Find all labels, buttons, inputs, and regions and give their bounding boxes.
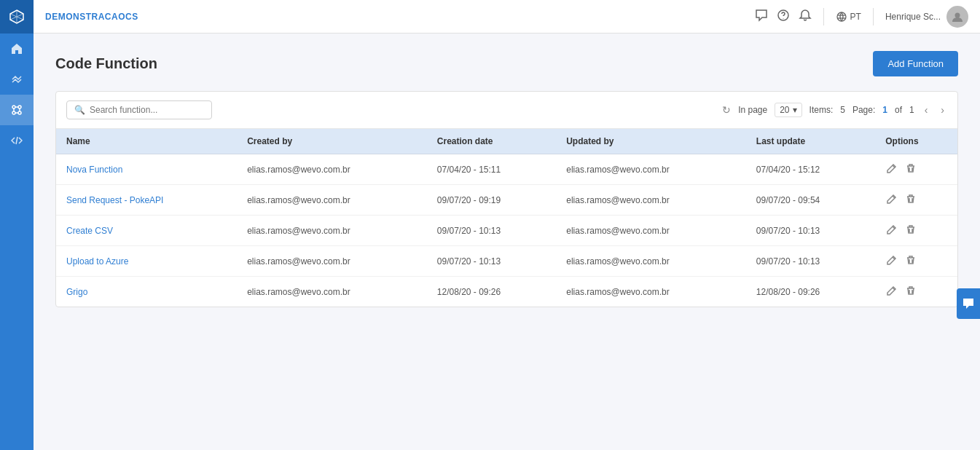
side-chat-widget[interactable] <box>957 288 980 319</box>
bell-icon[interactable] <box>799 9 812 25</box>
cell-last-update: 09/07/20 - 10:13 <box>746 216 875 246</box>
user-menu[interactable]: Henrique Sc... <box>885 6 968 28</box>
table-row: Send Request - PokeAPI elias.ramos@wevo.… <box>56 185 957 216</box>
col-updated-by: Updated by <box>556 129 746 154</box>
delete-button[interactable] <box>904 162 917 177</box>
total-pages: 1 <box>909 105 914 115</box>
sidebar-item-integrations[interactable] <box>0 95 34 125</box>
user-avatar[interactable] <box>946 6 968 28</box>
search-input[interactable] <box>90 105 204 115</box>
table-row: Create CSV elias.ramos@wevo.com.br 09/07… <box>56 216 957 246</box>
svg-point-3 <box>18 111 21 114</box>
col-name: Name <box>56 129 237 154</box>
add-function-button[interactable]: Add Function <box>873 51 958 76</box>
in-page-label: In page <box>738 105 767 115</box>
cell-created-by: elias.ramos@wevo.com.br <box>237 246 427 277</box>
prev-page-button[interactable]: ‹ <box>922 103 931 117</box>
language-label: PT <box>850 12 861 22</box>
table-row: Nova Function elias.ramos@wevo.com.br 07… <box>56 154 957 185</box>
col-created-by: Created by <box>237 129 427 154</box>
svg-point-0 <box>12 106 15 108</box>
functions-table: Name Created by Creation date Updated by… <box>56 129 957 307</box>
table-row: Upload to Azure elias.ramos@wevo.com.br … <box>56 246 957 277</box>
search-box[interactable]: 🔍 <box>66 100 212 119</box>
cell-updated-by: elias.ramos@wevo.com.br <box>556 277 746 307</box>
sidebar-item-home[interactable] <box>0 33 34 64</box>
cell-name[interactable]: Create CSV <box>56 216 237 246</box>
svg-point-9 <box>837 12 846 21</box>
topbar: DEMONSTRACAOCS <box>34 0 980 33</box>
table-toolbar: 🔍 ↻ In page 20 ▾ Items: 5 Page: 1 of <box>56 92 957 129</box>
sidebar-item-flows[interactable] <box>0 64 34 95</box>
content-area: Code Function Add Function 🔍 ↻ In page 2… <box>34 33 980 450</box>
page-title: Code Function <box>55 55 157 72</box>
cell-updated-by: elias.ramos@wevo.com.br <box>556 246 746 277</box>
main-container: DEMONSTRACAOCS <box>34 0 980 450</box>
toolbar-right: ↻ In page 20 ▾ Items: 5 Page: 1 of 1 ‹ › <box>722 103 947 117</box>
page-label: Page: <box>852 105 875 115</box>
per-page-select[interactable]: 20 ▾ <box>775 103 801 117</box>
col-last-update: Last update <box>746 129 875 154</box>
user-name: Henrique Sc... <box>885 12 941 22</box>
items-count: 5 <box>840 105 845 115</box>
page-header: Code Function Add Function <box>55 51 958 76</box>
cell-name[interactable]: Grigo <box>56 277 237 307</box>
cell-creation-date: 09/07/20 - 10:13 <box>427 216 556 246</box>
cell-options <box>875 216 957 246</box>
items-label: Items: <box>810 105 834 115</box>
cell-options <box>875 277 957 307</box>
edit-button[interactable] <box>885 253 898 269</box>
topbar-divider <box>823 8 824 25</box>
cell-created-by: elias.ramos@wevo.com.br <box>237 277 427 307</box>
col-creation-date: Creation date <box>427 129 556 154</box>
cell-options <box>875 154 957 185</box>
cell-name[interactable]: Send Request - PokeAPI <box>56 185 237 216</box>
cell-last-update: 12/08/20 - 09:26 <box>746 277 875 307</box>
cell-creation-date: 09/07/20 - 09:19 <box>427 185 556 216</box>
cell-creation-date: 07/04/20 - 15:11 <box>427 154 556 185</box>
cell-name[interactable]: Nova Function <box>56 154 237 185</box>
svg-point-1 <box>18 106 21 108</box>
delete-button[interactable] <box>904 284 917 299</box>
cell-last-update: 09/07/20 - 09:54 <box>746 185 875 216</box>
next-page-button[interactable]: › <box>938 103 947 117</box>
delete-button[interactable] <box>904 223 917 238</box>
svg-point-2 <box>12 111 15 114</box>
topbar-icons: PT Henrique Sc... <box>755 6 968 28</box>
svg-point-12 <box>955 12 960 17</box>
per-page-value: 20 <box>780 105 789 115</box>
search-icon: 🔍 <box>74 105 85 115</box>
sidebar-logo[interactable] <box>0 0 34 33</box>
current-page: 1 <box>882 105 887 115</box>
help-icon[interactable] <box>777 9 790 25</box>
edit-button[interactable] <box>885 223 898 238</box>
cell-updated-by: elias.ramos@wevo.com.br <box>556 185 746 216</box>
edit-button[interactable] <box>885 284 898 299</box>
table-row: Grigo elias.ramos@wevo.com.br 12/08/20 -… <box>56 277 957 307</box>
cell-created-by: elias.ramos@wevo.com.br <box>237 154 427 185</box>
delete-button[interactable] <box>904 253 917 269</box>
per-page-chevron: ▾ <box>793 105 797 115</box>
brand-name: DEMONSTRACAOCS <box>45 12 755 22</box>
chat-icon[interactable] <box>755 9 768 25</box>
cell-creation-date: 09/07/20 - 10:13 <box>427 246 556 277</box>
col-options: Options <box>875 129 957 154</box>
cell-name[interactable]: Upload to Azure <box>56 246 237 277</box>
cell-last-update: 09/07/20 - 10:13 <box>746 246 875 277</box>
sidebar <box>0 0 34 450</box>
table-container: 🔍 ↻ In page 20 ▾ Items: 5 Page: 1 of <box>55 91 958 307</box>
edit-button[interactable] <box>885 162 898 177</box>
sidebar-item-code[interactable] <box>0 125 34 156</box>
language-selector[interactable]: PT <box>836 11 861 23</box>
cell-updated-by: elias.ramos@wevo.com.br <box>556 154 746 185</box>
table-header-row: Name Created by Creation date Updated by… <box>56 129 957 154</box>
topbar-divider-2 <box>873 8 874 25</box>
cell-options <box>875 246 957 277</box>
edit-button[interactable] <box>885 192 898 208</box>
cell-created-by: elias.ramos@wevo.com.br <box>237 216 427 246</box>
cell-created-by: elias.ramos@wevo.com.br <box>237 185 427 216</box>
refresh-button[interactable]: ↻ <box>722 104 731 116</box>
cell-options <box>875 185 957 216</box>
cell-creation-date: 12/08/20 - 09:26 <box>427 277 556 307</box>
delete-button[interactable] <box>904 192 917 208</box>
